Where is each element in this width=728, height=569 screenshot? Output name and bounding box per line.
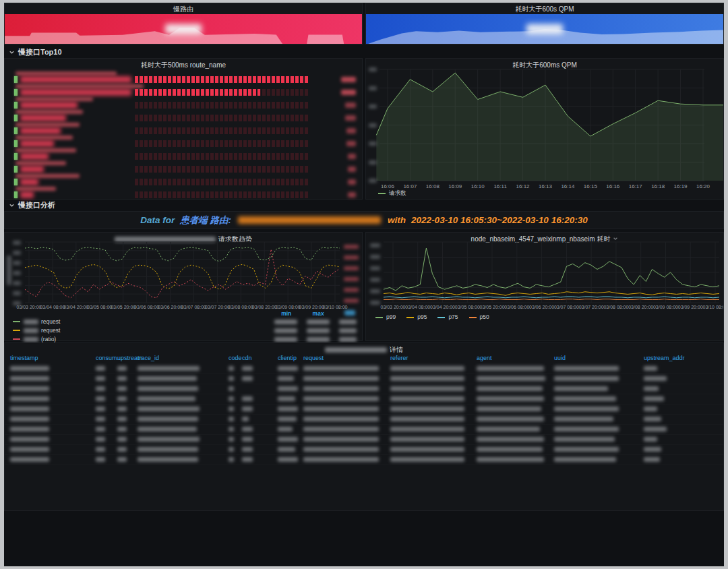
qpm-area-chart[interactable]: 16:0616:0716:0816:0916:1016:1116:1216:13… [366,59,723,199]
x-tick-label: 03/07 20:00 [205,305,230,309]
bargauge-row[interactable] [5,160,362,173]
column-header-request[interactable]: request [303,355,324,361]
x-tick-label: 16:20 [696,183,710,189]
column-header-trace_id[interactable]: trace_id [138,355,159,361]
row-toggle-analysis[interactable]: 慢接口分析 [4,200,55,210]
cell-redacted [117,447,127,452]
cell-redacted [138,396,195,401]
panel-title[interactable]: 慢路由 [5,5,362,14]
legend-label: 请求数 [389,189,406,196]
cell-redacted [278,386,298,391]
x-tick-label: 03/10 08:00 [703,305,723,309]
panel-title[interactable]: 耗时大于500ms route_name [5,61,362,70]
banner-text-panel: Data for 患者端 路由: with 2022-03-10 16:05:3… [4,211,724,229]
latency-chart[interactable]: 03/03 20:0003/04 08:0003/04 20:0003/05 0… [366,233,723,340]
table-row[interactable] [5,444,723,455]
bargauge-row[interactable] [5,84,362,96]
table-row[interactable] [5,394,723,405]
legend-row[interactable]: request [13,318,357,326]
table-row[interactable] [5,414,723,425]
bargauge-row[interactable] [5,122,362,135]
lcd-track [135,89,309,96]
cell-redacted [10,437,49,442]
column-header-clientip[interactable]: clientip [278,355,297,361]
legend-value-redacted [307,328,330,333]
table-row[interactable] [5,363,723,374]
panel-header[interactable]: 慢路由 [5,3,362,14]
bargauge-row[interactable] [5,96,362,109]
table-row[interactable] [5,373,723,384]
panel-title[interactable]: 详情 [5,345,723,355]
legend-prefix-redacted [24,337,38,342]
panel-title[interactable]: 耗时大于600s QPM [366,5,723,14]
x-tick-label: 03/09 08:00 [276,305,301,309]
legend-row[interactable]: request [13,326,357,334]
cell-redacted [477,407,541,411]
bargauge-row[interactable] [5,109,362,122]
cell-redacted [10,457,49,462]
cell-redacted [477,396,544,401]
table-row[interactable] [5,434,723,445]
grafana-dashboard: 慢路由 耗时大于600s QPM 慢接口Top10 耗时大于500ms rout… [4,3,724,566]
cell-redacted [554,396,616,401]
cell-redacted [644,396,664,401]
column-header-uuid[interactable]: uuid [554,355,566,361]
cell-redacted [278,437,298,442]
right-tick-redacted [344,256,359,260]
y-tick-redacted [13,271,21,275]
cell-redacted [138,457,198,462]
cell-redacted [242,376,253,381]
y-tick-redacted [13,281,21,285]
right-tick-redacted [344,277,359,281]
legend-item-p99[interactable]: p99 [375,313,396,320]
route-label-redacted [16,187,56,191]
column-header-timestamp[interactable]: timestamp [10,355,38,361]
stat-panel-slow-routes: 慢路由 [4,3,363,44]
lcd-track [135,140,309,147]
bargauge-row[interactable] [5,148,362,160]
bargauge-row[interactable] [5,71,362,84]
chevron-down-icon [9,49,15,55]
cell-redacted [477,457,544,462]
column-header-upstream_addr[interactable]: upstream_addr [644,355,685,361]
cell-redacted [138,407,200,411]
legend-label: p75 [448,313,458,320]
bargauge-row[interactable] [5,135,362,148]
legend-sort-min[interactable]: min [260,310,291,317]
panel-header[interactable]: 耗时大于600s QPM [366,3,723,14]
column-header-cdn[interactable]: cdn [242,355,252,361]
row-toggle-top10[interactable]: 慢接口Top10 [4,47,62,57]
legend-item-p50[interactable]: p50 [469,313,489,320]
lcd-bar [14,191,323,198]
legend-value-redacted [339,337,357,342]
table-row[interactable] [5,384,723,394]
column-header-code[interactable]: code [229,355,242,361]
bargauge-row[interactable] [5,173,362,186]
x-tick-label: 16:09 [448,183,462,189]
lcd-track [135,127,309,134]
cell-redacted [10,427,49,431]
stat-panel-600s-qpm: 耗时大于600s QPM [365,3,724,44]
cell-redacted [303,437,379,442]
table-body [5,363,723,510]
legend-sort-redacted[interactable] [344,310,355,316]
cell-redacted [644,366,657,371]
legend-item-requests[interactable]: 请求数 [378,189,406,198]
legend-item-p75[interactable]: p75 [437,313,458,320]
legend-item-p95[interactable]: p95 [406,313,427,320]
banner-time-range: 2022-03-10 16:05:30~2022-03-10 16:20:30 [411,215,588,225]
bargauge-row[interactable] [5,186,362,199]
legend-sort-max[interactable]: max [293,310,324,317]
column-header-agent[interactable]: agent [477,355,492,361]
column-header-referer[interactable]: referer [390,355,408,361]
table-row[interactable] [5,454,723,465]
table-row[interactable] [5,424,723,435]
table-row[interactable] [5,404,723,415]
cell-redacted [390,366,464,371]
x-tick-label: 03/08 20:00 [628,305,653,309]
y-tick-redacted [369,123,377,127]
bar-value-redacted [346,141,356,146]
cell-redacted [229,447,234,452]
legend-color-swatch [13,330,20,331]
cell-redacted [117,386,127,391]
